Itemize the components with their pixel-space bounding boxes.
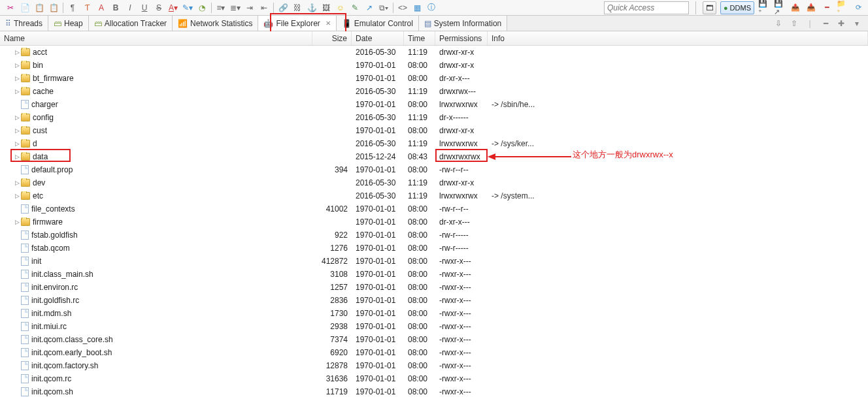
table-row[interactable]: ▷dev2016-05-3011:19drwxr-xr-x [0,176,868,189]
col-header-permissions[interactable]: Permissions [435,31,488,45]
unlink-icon[interactable]: ⛓ [291,1,304,14]
expand-twisty[interactable]: ▷ [13,49,21,56]
paste-from-icon[interactable]: 📋 [47,1,60,14]
template-icon[interactable]: ⧉▾ [377,1,390,14]
table-row[interactable]: ▷d2016-05-3011:19lrwxrwxrwx-> /sys/ker..… [0,137,868,150]
preview-icon[interactable]: ▦ [410,1,424,14]
image-icon[interactable]: 🖼 [320,1,333,14]
tab-emulator-control[interactable]: 📱 Emulator Control [337,16,419,31]
table-row[interactable]: ▷bt_firmware1970-01-0108:00dr-xr-x--- [0,72,868,85]
table-row[interactable]: file_contexts410021970-01-0108:00-rw-r--… [0,202,868,215]
expand-twisty[interactable]: ▷ [13,180,21,186]
minus-icon[interactable]: ━ [820,18,831,29]
edit-icon[interactable]: ✎ [348,1,361,14]
cell-size: 922 [312,231,352,240]
tab-allocation-tracker[interactable]: 🗃 Allocation Tracker [89,16,173,31]
expand-twisty[interactable]: ▷ [13,88,21,95]
table-row[interactable]: default.prop3941970-01-0108:00-rw-r--r-- [0,163,868,176]
delete-file-icon[interactable]: ━ [821,2,833,14]
table-row[interactable]: ▷firmware1970-01-0108:00dr-xr-x--- [0,215,868,229]
pull-icon[interactable]: ⇩ [773,18,784,29]
table-row[interactable]: ▷cust1970-01-0108:00drwxr-xr-x [0,124,868,137]
table-row[interactable]: init.mdm.sh17301970-01-0108:00-rwxr-x--- [0,307,868,320]
table-row[interactable]: ▷acct2016-05-3011:19drwxr-xr-x [0,46,868,59]
table-row[interactable]: init.class_main.sh31081970-01-0108:00-rw… [0,268,868,281]
expand-twisty[interactable]: ▷ [13,127,21,134]
table-row[interactable]: ▷data2015-12-2408:43drwxrwxrwx [0,150,868,163]
expand-twisty[interactable]: ▷ [13,193,21,199]
tab-system-information[interactable]: ▤ System Information [419,16,507,31]
expand-twisty[interactable]: ▷ [13,140,21,147]
align-icon[interactable]: ≡▾ [214,1,227,14]
indent-less-icon[interactable]: ⇤ [258,1,271,14]
open-perspective-button[interactable]: 🗔 [703,1,716,14]
font-icon[interactable]: A [95,1,108,14]
push-icon[interactable]: ⇧ [788,18,800,29]
copy-icon[interactable]: 📄 [18,1,31,14]
tab-heap[interactable]: 🗃 Heap [48,16,89,31]
expand-twisty[interactable]: ▷ [13,114,21,121]
table-row[interactable]: init.goldfish.rc28361970-01-0108:00-rwxr… [0,294,868,307]
link-icon[interactable]: 🔗 [276,1,290,14]
table-row[interactable]: ▷config2016-05-3011:19dr-x------ [0,111,868,124]
file-name-label: fstab.goldfish [31,231,78,240]
smiley-icon[interactable]: ☺ [334,1,347,14]
clear-format-icon[interactable]: Ƭ [80,1,93,14]
table-row[interactable]: ▷etc2016-05-3011:19lrwxrwxrwx-> /system.… [0,189,868,202]
quick-access-input[interactable] [604,1,689,14]
col-header-date[interactable]: Date [352,31,404,45]
table-row[interactable]: init.qcom.class_core.sh73741970-01-0108:… [0,333,868,346]
code-icon[interactable]: <> [396,1,409,14]
cell-name: ▷dev [0,178,312,187]
table-row[interactable]: charger1970-01-0108:00lrwxrwxrwx-> /sbin… [0,98,868,111]
underline-icon[interactable]: U [138,1,151,14]
table-row[interactable]: ▷bin1970-01-0108:00drwxr-xr-x [0,59,868,72]
expand-twisty[interactable]: ▷ [13,219,21,225]
pull-file-icon[interactable]: 📤 [790,2,801,14]
table-row[interactable]: init4128721970-01-0108:00-rwxr-x--- [0,255,868,268]
col-header-name[interactable]: Name [0,31,312,45]
info-icon[interactable]: ⓘ [425,1,438,14]
table-row[interactable]: init.miui.rc29381970-01-0108:00-rwxr-x--… [0,320,868,333]
col-header-size[interactable]: Size [312,31,352,45]
ddms-perspective-button[interactable]: ● DDMS [720,1,754,14]
refresh-icon[interactable]: ⟳ [852,2,864,14]
table-row[interactable]: fstab.goldfish9221970-01-0108:00-rw-r---… [0,229,868,242]
plus-icon[interactable]: ✚ [835,18,847,29]
format-icon[interactable]: ¶ [66,1,79,14]
tab-file-explorer[interactable]: 🤖 File Explorer ✕ [258,16,336,31]
bold-icon[interactable]: B [109,1,122,14]
load-db-icon[interactable]: 💾↗ [774,2,786,14]
expand-twisty[interactable]: ▷ [13,62,21,69]
tab-threads[interactable]: ⠿ Threads [0,16,48,31]
cell-date: 2016-05-30 [352,191,404,200]
paste-icon[interactable]: 📋 [33,1,46,14]
strike-icon[interactable]: S [152,1,165,14]
text-color-icon[interactable]: A▾ [167,1,180,14]
table-row[interactable]: init.environ.rc12571970-01-0108:00-rwxr-… [0,281,868,294]
menu-chevron-icon[interactable]: ▾ [851,18,863,29]
col-header-time[interactable]: Time [404,31,435,45]
mark-icon[interactable]: ◔ [195,1,209,14]
table-row[interactable]: init.qcom.factory.sh128781970-01-0108:00… [0,359,868,372]
close-tab-icon[interactable]: ✕ [323,20,331,27]
table-row[interactable]: init.qcom.sh117191970-01-0108:00-rwxr-x-… [0,385,868,398]
col-header-info[interactable]: Info [488,31,868,45]
expand-twisty[interactable]: ▷ [13,153,21,160]
expand-twisty[interactable]: ▷ [13,75,21,82]
highlight-icon[interactable]: ✎▾ [181,1,194,14]
save-db-icon[interactable]: 💾⁺ [758,2,770,14]
tab-network-statistics[interactable]: 📶 Network Statistics [173,16,258,31]
indent-more-icon[interactable]: ⇥ [243,1,256,14]
table-row[interactable]: init.qcom.rc316361970-01-0108:00-rwxr-x-… [0,372,868,385]
push-file-icon[interactable]: 📥 [805,2,817,14]
italic-icon[interactable]: I [124,1,137,14]
numbered-list-icon[interactable]: ≣▾ [229,1,242,14]
anchor-icon[interactable]: ⚓ [305,1,318,14]
new-folder-icon[interactable]: 📁⁺ [837,2,848,14]
export-icon[interactable]: ↗ [363,1,376,14]
table-row[interactable]: fstab.qcom12761970-01-0108:00-rw-r----- [0,242,868,255]
cut-icon[interactable]: ✂ [4,1,17,14]
table-row[interactable]: init.qcom.early_boot.sh69201970-01-0108:… [0,346,868,359]
table-row[interactable]: ▷cache2016-05-3011:19drwxrwx--- [0,85,868,98]
